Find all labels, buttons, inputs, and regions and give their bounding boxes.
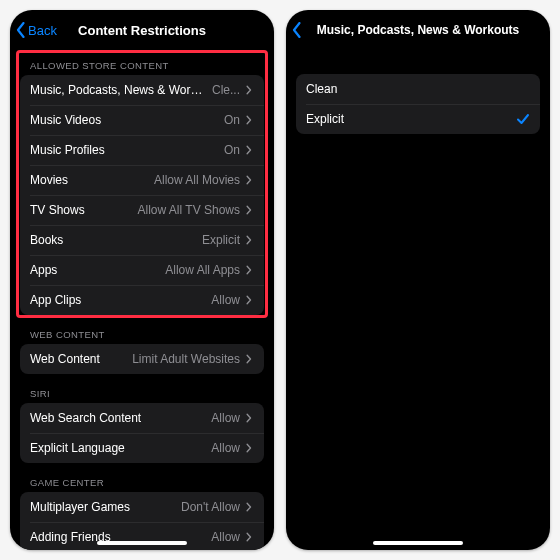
chevron-right-icon	[246, 265, 254, 275]
row-multiplayer-games[interactable]: Multiplayer Games Don't Allow	[20, 492, 264, 522]
home-indicator	[373, 541, 463, 545]
option-explicit[interactable]: Explicit	[296, 104, 540, 134]
back-button[interactable]	[286, 22, 304, 38]
row-value: Explicit	[202, 233, 240, 247]
settings-list: ALLOWED STORE CONTENT Music, Podcasts, N…	[10, 50, 274, 550]
row-adding-friends[interactable]: Adding Friends Allow	[20, 522, 264, 550]
group-siri: SIRI Web Search Content Allow Explicit L…	[10, 378, 274, 463]
chevron-right-icon	[246, 502, 254, 512]
group-body: Web Content Limit Adult Websites	[20, 344, 264, 374]
checkmark-icon	[516, 112, 530, 126]
group-header: GAME CENTER	[10, 467, 274, 492]
chevron-right-icon	[246, 532, 254, 542]
row-label: Music Profiles	[30, 143, 218, 157]
row-music-podcasts-news-workouts[interactable]: Music, Podcasts, News & Workouts Cle...	[20, 75, 264, 105]
row-value: Don't Allow	[181, 500, 240, 514]
row-value: On	[224, 113, 240, 127]
row-tv-shows[interactable]: TV Shows Allow All TV Shows	[20, 195, 264, 225]
row-music-videos[interactable]: Music Videos On	[20, 105, 264, 135]
row-apps[interactable]: Apps Allow All Apps	[20, 255, 264, 285]
row-value: Allow	[211, 411, 240, 425]
back-button[interactable]: Back	[10, 22, 57, 38]
row-label: Web Content	[30, 352, 126, 366]
chevron-left-icon	[292, 22, 302, 38]
row-label: Music, Podcasts, News & Workouts	[30, 83, 206, 97]
nav-bar: Back Content Restrictions	[10, 10, 274, 50]
group-game-center: GAME CENTER Multiplayer Games Don't Allo…	[10, 467, 274, 550]
chevron-left-icon	[16, 22, 26, 38]
phone-right: Music, Podcasts, News & Workouts Clean E…	[286, 10, 550, 550]
row-value: On	[224, 143, 240, 157]
group-header: SIRI	[10, 378, 274, 403]
row-value: Allow All Apps	[165, 263, 240, 277]
home-indicator	[97, 541, 187, 545]
options-list: Clean Explicit	[286, 50, 550, 550]
row-movies[interactable]: Movies Allow All Movies	[20, 165, 264, 195]
row-explicit-language[interactable]: Explicit Language Allow	[20, 433, 264, 463]
row-value: Allow	[211, 293, 240, 307]
group-allowed-store: ALLOWED STORE CONTENT Music, Podcasts, N…	[10, 50, 274, 315]
row-label: Apps	[30, 263, 159, 277]
row-web-content[interactable]: Web Content Limit Adult Websites	[20, 344, 264, 374]
row-value: Allow	[211, 530, 240, 544]
back-label: Back	[28, 23, 57, 38]
option-clean[interactable]: Clean	[296, 74, 540, 104]
chevron-right-icon	[246, 115, 254, 125]
row-label: Explicit	[306, 112, 516, 126]
page-title: Music, Podcasts, News & Workouts	[286, 23, 550, 37]
row-label: Movies	[30, 173, 148, 187]
chevron-right-icon	[246, 85, 254, 95]
nav-bar: Music, Podcasts, News & Workouts	[286, 10, 550, 50]
chevron-right-icon	[246, 205, 254, 215]
chevron-right-icon	[246, 443, 254, 453]
row-label: TV Shows	[30, 203, 132, 217]
row-label: Explicit Language	[30, 441, 205, 455]
row-music-profiles[interactable]: Music Profiles On	[20, 135, 264, 165]
row-app-clips[interactable]: App Clips Allow	[20, 285, 264, 315]
row-label: App Clips	[30, 293, 205, 307]
group-header: ALLOWED STORE CONTENT	[10, 50, 274, 75]
chevron-right-icon	[246, 354, 254, 364]
row-value: Allow All TV Shows	[138, 203, 241, 217]
group-web-content: WEB CONTENT Web Content Limit Adult Webs…	[10, 319, 274, 374]
row-web-search-content[interactable]: Web Search Content Allow	[20, 403, 264, 433]
chevron-right-icon	[246, 413, 254, 423]
row-label: Clean	[306, 82, 530, 96]
row-books[interactable]: Books Explicit	[20, 225, 264, 255]
row-value: Cle...	[212, 83, 240, 97]
chevron-right-icon	[246, 175, 254, 185]
group-body: Music, Podcasts, News & Workouts Cle... …	[20, 75, 264, 315]
group-body: Web Search Content Allow Explicit Langua…	[20, 403, 264, 463]
chevron-right-icon	[246, 145, 254, 155]
row-value: Limit Adult Websites	[132, 352, 240, 366]
phone-left: Back Content Restrictions ALLOWED STORE …	[10, 10, 274, 550]
chevron-right-icon	[246, 235, 254, 245]
row-value: Allow	[211, 441, 240, 455]
chevron-right-icon	[246, 295, 254, 305]
group-header: WEB CONTENT	[10, 319, 274, 344]
row-label: Books	[30, 233, 196, 247]
row-label: Web Search Content	[30, 411, 205, 425]
group-body: Clean Explicit	[296, 74, 540, 134]
row-label: Music Videos	[30, 113, 218, 127]
row-label: Multiplayer Games	[30, 500, 175, 514]
row-value: Allow All Movies	[154, 173, 240, 187]
